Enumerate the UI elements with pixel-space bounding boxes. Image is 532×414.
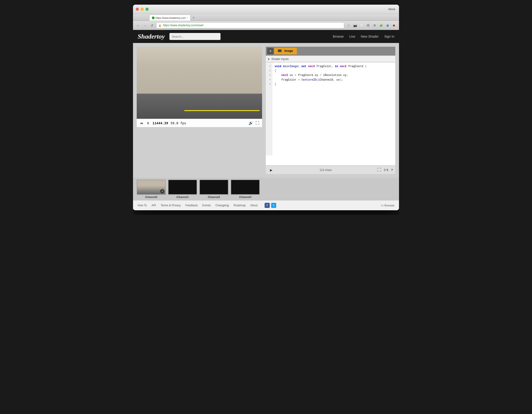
channel-thumb-2[interactable]	[200, 180, 228, 195]
main-content: ⏮ ⏸ 11444.39 59.8 fps 🔊 ⛶ + Image ▶	[133, 43, 399, 178]
line-num-3: 3	[267, 73, 271, 78]
channel-label-3: iChannel3	[239, 196, 251, 198]
channel-thumb-0[interactable]: ⚙	[137, 180, 166, 195]
char-count: 124 chars	[276, 168, 375, 172]
buildings-layer	[137, 47, 262, 97]
footer-link-roadmap[interactable]: Roadmap	[234, 204, 246, 207]
forward-button[interactable]: →	[142, 23, 147, 28]
help-button[interactable]: ?	[391, 168, 393, 172]
footer-link-feedback[interactable]: Feedback	[185, 204, 198, 207]
footer-link-api[interactable]: API	[152, 204, 156, 207]
channel-strip: ⚙ iChannel0 iChannel1 iChannel2 iChannel…	[133, 178, 399, 200]
new-tab-button[interactable]: +	[191, 15, 195, 21]
fullscreen-button[interactable]: ⛶	[256, 121, 259, 125]
gear-icon: ⚙	[161, 190, 163, 193]
close-button[interactable]	[136, 8, 139, 11]
site-logo[interactable]: Shadertoy	[138, 33, 165, 40]
browser-tab[interactable]: https://www.shadertoy.com ×	[149, 15, 190, 21]
run-button[interactable]: ▶	[268, 167, 274, 173]
tab-close-button[interactable]: ×	[187, 17, 188, 19]
site-footer: How To API Terms & Privacy Feedback Even…	[133, 200, 399, 210]
facebook-icon[interactable]: f	[265, 203, 270, 208]
shader-inputs-label: Shader Inputs	[271, 57, 289, 61]
profile-icon[interactable]: ◉	[385, 23, 390, 28]
add-shader-tab-button[interactable]: +	[267, 48, 274, 54]
shader-size-selector[interactable]: S ⇅	[384, 168, 389, 172]
pause-button[interactable]: ⏸	[146, 121, 150, 125]
site-header: Shadertoy Browse Live New Shader Sign In	[133, 30, 399, 43]
fullscreen-code-button[interactable]: ⛶	[377, 168, 381, 172]
code-editor[interactable]: 1 2 3 4 5 void mainImage( out vec4 fragC…	[266, 62, 395, 165]
volume-icon[interactable]: 🔊	[249, 121, 253, 125]
address-bar[interactable]: 🔒 https://www.shadertoy.com/new#	[156, 22, 344, 28]
channel-item-0[interactable]: ⚙ iChannel0	[137, 180, 166, 198]
site-search[interactable]	[170, 33, 220, 40]
shader-tabs: + Image	[266, 47, 395, 56]
maximize-button[interactable]	[145, 8, 149, 11]
preview-panel: ⏮ ⏸ 11444.39 59.8 fps 🔊 ⛶	[137, 47, 262, 174]
footer-credit: by Beautypi	[381, 204, 395, 207]
back-button[interactable]: ←	[135, 23, 140, 28]
channel-settings-button-0[interactable]: ⚙	[160, 189, 164, 193]
code-panel: + Image ▶ Shader Inputs 1 2 3 4	[266, 47, 395, 174]
shader-inputs-bar[interactable]: ▶ Shader Inputs	[266, 56, 395, 62]
favicon	[152, 17, 155, 19]
channel-label-0: iChannel0	[145, 196, 157, 198]
shader-tab-image[interactable]: Image	[274, 48, 297, 54]
lock-icon: 🔒	[158, 24, 162, 27]
road-layer	[137, 94, 262, 119]
channel-label-2: iChannel2	[208, 196, 220, 198]
window-icon[interactable]: ⬜	[359, 23, 364, 28]
code-editor-inner: 1 2 3 4 5 void mainImage( out vec4 fragC…	[266, 62, 395, 155]
footer-credit-link[interactable]: Beautypi	[384, 204, 394, 207]
line-num-4: 4	[267, 78, 271, 82]
window-controls	[136, 8, 149, 11]
menu-icon-btn[interactable]: ≡	[392, 23, 397, 28]
minimize-button[interactable]	[141, 8, 144, 11]
video-controls: ⏮ ⏸ 11444.39 59.8 fps 🔊 ⛶	[137, 119, 262, 127]
code-content[interactable]: void mainImage( out vec4 fragColor, in v…	[272, 62, 395, 155]
channel-item-3[interactable]: iChannel3	[231, 180, 260, 198]
refresh-button[interactable]: ↺	[149, 23, 154, 28]
line-num-1: 1	[267, 64, 271, 69]
time-display: 11444.39	[152, 121, 168, 125]
tab-title: https://www.shadertoy.com	[155, 17, 186, 19]
fps-display: 59.8 fps	[170, 121, 186, 125]
size-arrows-icon: ⇅	[386, 168, 389, 172]
extensions-icon[interactable]: 🧩	[379, 23, 384, 28]
nav-browse[interactable]: Browse	[333, 35, 344, 38]
tab-image-label: Image	[284, 49, 293, 52]
channel-item-2[interactable]: iChannel2	[200, 180, 228, 198]
footer-link-events[interactable]: Events	[202, 204, 211, 207]
footer-link-about[interactable]: About	[250, 204, 257, 207]
twitter-icon[interactable]: t	[271, 203, 276, 208]
channel-thumb-3[interactable]	[231, 180, 260, 195]
search-input[interactable]	[170, 33, 220, 40]
footer-link-howto[interactable]: How To	[138, 204, 147, 207]
nav-new-shader[interactable]: New Shader	[361, 35, 379, 38]
code-footer: ▶ 124 chars ⛶ S ⇅ ?	[266, 166, 395, 174]
restart-button[interactable]: ⏮	[140, 121, 144, 125]
preview-video	[137, 47, 262, 119]
title-bar: Work	[133, 5, 399, 14]
footer-social: f t	[265, 203, 276, 208]
site-nav: Browse Live New Shader Sign In	[333, 35, 394, 38]
url-display: https://www.shadertoy.com/new#	[163, 24, 204, 27]
channel-item-1[interactable]: iChannel1	[168, 180, 197, 198]
browser-tab-bar: https://www.shadertoy.com × +	[133, 14, 399, 21]
browser-chrome: ← → ↺ 🔒 https://www.shadertoy.com/new# ☆…	[133, 21, 399, 30]
nav-live[interactable]: Live	[349, 35, 355, 38]
nav-sign-in[interactable]: Sign In	[384, 35, 394, 38]
footer-link-terms[interactable]: Terms & Privacy	[161, 204, 181, 207]
line-num-2: 2	[267, 69, 271, 73]
footer-link-changelog[interactable]: Changelog	[215, 204, 229, 207]
screenshot-icon[interactable]: 📷	[352, 23, 358, 28]
grid-icon[interactable]: ⊞	[372, 23, 377, 28]
street-scene-render	[137, 47, 262, 119]
line-num-5: 5	[267, 82, 271, 87]
browser-toolbar-icons: ☆ 📷 ⬜ ⏻ ⊞ 🧩 ◉ ≡	[346, 23, 397, 28]
expand-arrow-icon: ▶	[268, 58, 270, 60]
bookmark-star-icon[interactable]: ☆	[346, 23, 351, 28]
channel-thumb-1[interactable]	[168, 180, 197, 195]
power-icon[interactable]: ⏻	[366, 23, 371, 28]
